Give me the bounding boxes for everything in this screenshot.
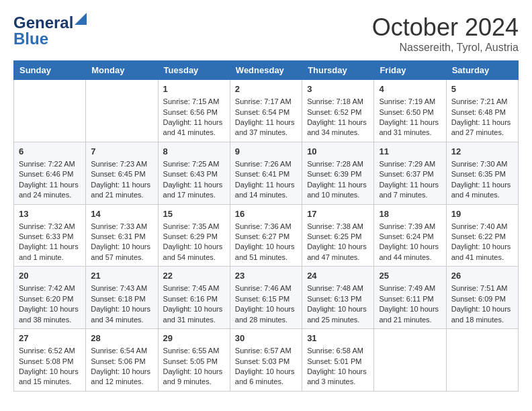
calendar-cell: 31Sunrise: 6:58 AMSunset: 5:01 PMDayligh…	[302, 329, 374, 392]
calendar-cell: 6Sunrise: 7:22 AMSunset: 6:46 PMDaylight…	[14, 142, 86, 204]
day-info: Sunset: 6:22 PM	[451, 232, 513, 242]
day-info: Sunrise: 7:40 AM	[451, 222, 513, 232]
calendar-cell: 5Sunrise: 7:21 AMSunset: 6:48 PMDaylight…	[446, 80, 518, 142]
day-number: 18	[379, 208, 441, 220]
calendar-header-row: SundayMondayTuesdayWednesdayThursdayFrid…	[14, 61, 519, 80]
day-info: Daylight: 10 hours and 21 minutes.	[379, 304, 441, 325]
day-number: 27	[19, 332, 81, 345]
day-info: Sunrise: 7:29 AM	[379, 159, 441, 169]
calendar-cell: 16Sunrise: 7:36 AMSunset: 6:27 PMDayligh…	[230, 204, 302, 267]
column-header-thursday: Thursday	[302, 61, 374, 80]
day-info: Sunrise: 6:57 AM	[235, 346, 297, 356]
day-number: 3	[307, 83, 369, 95]
calendar-cell: 26Sunrise: 7:51 AMSunset: 6:09 PMDayligh…	[446, 267, 518, 329]
calendar-cell: 14Sunrise: 7:33 AMSunset: 6:31 PMDayligh…	[86, 204, 158, 267]
day-info: Daylight: 10 hours and 47 minutes.	[307, 242, 369, 263]
day-number: 31	[307, 332, 369, 345]
day-info: Sunrise: 7:18 AM	[307, 97, 369, 107]
calendar-body: 1Sunrise: 7:15 AMSunset: 6:56 PMDaylight…	[14, 80, 519, 392]
day-info: Daylight: 11 hours and 10 minutes.	[307, 180, 369, 201]
day-info: Sunrise: 7:33 AM	[91, 222, 152, 232]
calendar-week-3: 13Sunrise: 7:32 AMSunset: 6:33 PMDayligh…	[14, 204, 519, 267]
calendar-cell: 27Sunrise: 6:52 AMSunset: 5:08 PMDayligh…	[14, 329, 86, 392]
calendar-cell: 30Sunrise: 6:57 AMSunset: 5:03 PMDayligh…	[230, 329, 302, 392]
column-header-saturday: Saturday	[446, 61, 518, 80]
column-header-sunday: Sunday	[14, 61, 86, 80]
day-info: Sunset: 6:31 PM	[91, 232, 152, 242]
svg-marker-0	[75, 13, 87, 25]
day-number: 16	[235, 208, 297, 220]
calendar-cell: 4Sunrise: 7:19 AMSunset: 6:50 PMDaylight…	[374, 80, 446, 142]
day-info: Sunset: 6:35 PM	[451, 169, 513, 179]
title-block: October 2024 Nassereith, Tyrol, Austria	[372, 13, 519, 54]
day-info: Sunrise: 7:45 AM	[163, 283, 225, 293]
day-info: Daylight: 10 hours and 34 minutes.	[91, 304, 152, 325]
calendar-cell: 12Sunrise: 7:30 AMSunset: 6:35 PMDayligh…	[446, 142, 518, 204]
day-info: Sunset: 6:50 PM	[379, 107, 441, 118]
day-number: 11	[379, 146, 441, 158]
day-info: Sunset: 6:15 PM	[235, 294, 297, 304]
day-number: 20	[19, 270, 81, 282]
day-info: Sunrise: 7:42 AM	[19, 283, 81, 293]
day-info: Sunrise: 7:26 AM	[235, 159, 297, 169]
day-info: Sunset: 6:54 PM	[235, 107, 297, 118]
calendar-cell: 2Sunrise: 7:17 AMSunset: 6:54 PMDaylight…	[230, 80, 302, 142]
day-info: Daylight: 10 hours and 12 minutes.	[91, 367, 152, 387]
calendar-cell: 11Sunrise: 7:29 AMSunset: 6:37 PMDayligh…	[374, 142, 446, 204]
logo: General Blue	[13, 13, 87, 48]
day-info: Daylight: 11 hours and 37 minutes.	[235, 118, 297, 138]
day-info: Daylight: 10 hours and 6 minutes.	[235, 367, 297, 387]
day-info: Sunrise: 7:43 AM	[91, 283, 152, 293]
day-info: Sunrise: 7:46 AM	[235, 283, 297, 293]
calendar-cell: 17Sunrise: 7:38 AMSunset: 6:25 PMDayligh…	[302, 204, 374, 267]
day-info: Daylight: 10 hours and 15 minutes.	[19, 367, 81, 387]
day-info: Sunset: 6:24 PM	[379, 232, 441, 242]
calendar-cell: 19Sunrise: 7:40 AMSunset: 6:22 PMDayligh…	[446, 204, 518, 267]
day-number: 8	[163, 146, 225, 158]
day-info: Sunset: 6:41 PM	[235, 169, 297, 179]
day-info: Sunset: 6:45 PM	[91, 169, 152, 179]
calendar-cell: 18Sunrise: 7:39 AMSunset: 6:24 PMDayligh…	[374, 204, 446, 267]
day-info: Sunset: 6:25 PM	[307, 232, 369, 242]
column-header-tuesday: Tuesday	[158, 61, 230, 80]
day-info: Sunrise: 6:55 AM	[163, 346, 225, 356]
day-info: Daylight: 11 hours and 1 minute.	[19, 242, 81, 263]
day-info: Daylight: 10 hours and 57 minutes.	[91, 242, 152, 263]
column-header-wednesday: Wednesday	[230, 61, 302, 80]
day-info: Sunrise: 7:17 AM	[235, 97, 297, 107]
calendar-week-2: 6Sunrise: 7:22 AMSunset: 6:46 PMDaylight…	[14, 142, 519, 204]
calendar-cell: 13Sunrise: 7:32 AMSunset: 6:33 PMDayligh…	[14, 204, 86, 267]
day-info: Daylight: 11 hours and 41 minutes.	[163, 118, 225, 138]
day-info: Daylight: 10 hours and 54 minutes.	[163, 242, 225, 263]
day-info: Sunset: 6:46 PM	[19, 169, 81, 179]
calendar-cell: 20Sunrise: 7:42 AMSunset: 6:20 PMDayligh…	[14, 267, 86, 329]
day-info: Daylight: 11 hours and 24 minutes.	[19, 180, 81, 201]
day-number: 7	[91, 146, 152, 158]
day-number: 12	[451, 146, 513, 158]
day-info: Sunrise: 7:48 AM	[307, 283, 369, 293]
day-number: 9	[235, 146, 297, 158]
day-number: 4	[379, 83, 441, 95]
day-info: Sunrise: 7:51 AM	[451, 283, 513, 293]
day-info: Sunset: 6:37 PM	[379, 169, 441, 179]
day-info: Daylight: 11 hours and 34 minutes.	[307, 118, 369, 138]
day-info: Daylight: 11 hours and 17 minutes.	[163, 180, 225, 201]
day-info: Sunset: 6:18 PM	[91, 294, 152, 304]
day-info: Daylight: 11 hours and 21 minutes.	[91, 180, 152, 201]
day-info: Sunset: 5:05 PM	[163, 357, 225, 367]
day-number: 13	[19, 208, 81, 220]
day-number: 15	[163, 208, 225, 220]
day-number: 17	[307, 208, 369, 220]
month-title: October 2024	[372, 13, 519, 42]
day-info: Sunset: 6:20 PM	[19, 294, 81, 304]
calendar-cell: 1Sunrise: 7:15 AMSunset: 6:56 PMDaylight…	[158, 80, 230, 142]
day-info: Sunset: 5:06 PM	[91, 357, 152, 367]
calendar-cell: 8Sunrise: 7:25 AMSunset: 6:43 PMDaylight…	[158, 142, 230, 204]
day-number: 22	[163, 270, 225, 282]
day-info: Sunset: 6:29 PM	[163, 232, 225, 242]
day-info: Daylight: 11 hours and 4 minutes.	[451, 180, 513, 201]
day-info: Sunrise: 7:28 AM	[307, 159, 369, 169]
day-info: Sunset: 6:33 PM	[19, 232, 81, 242]
day-info: Daylight: 10 hours and 18 minutes.	[451, 304, 513, 325]
day-info: Sunset: 6:48 PM	[451, 107, 513, 118]
